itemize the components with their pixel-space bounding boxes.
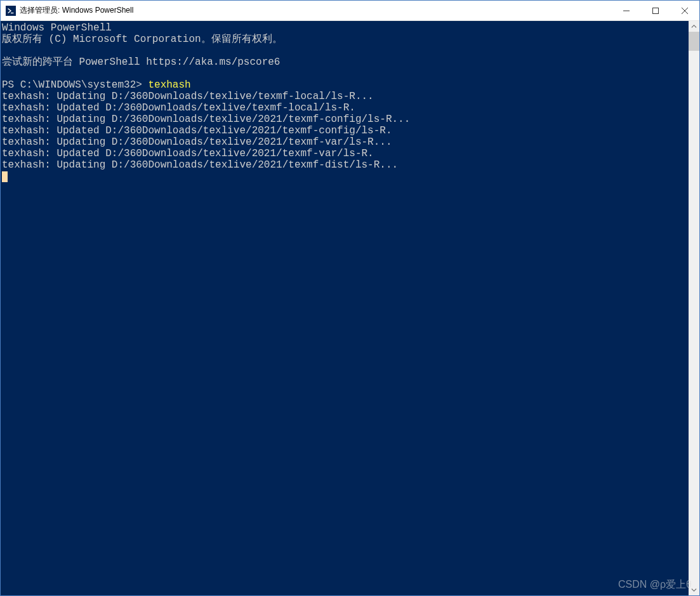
maximize-button[interactable] xyxy=(641,1,670,20)
app-window: 选择管理员: Windows PowerShell Windows PowerS… xyxy=(0,0,700,596)
terminal-line: texhash: Updated D:/360Downloads/texlive… xyxy=(2,125,392,136)
command-text: texhash xyxy=(148,79,190,91)
window-controls xyxy=(612,1,699,20)
terminal-line: texhash: Updated D:/360Downloads/texlive… xyxy=(2,148,374,159)
terminal-line: 版权所有 (C) Microsoft Corporation。保留所有权利。 xyxy=(2,34,282,45)
client-area: Windows PowerShell 版权所有 (C) Microsoft Co… xyxy=(1,21,699,595)
terminal-cursor xyxy=(2,171,8,182)
terminal-line: texhash: Updating D:/360Downloads/texliv… xyxy=(2,136,392,148)
scroll-down-button[interactable] xyxy=(689,585,699,595)
terminal-line: texhash: Updating D:/360Downloads/texliv… xyxy=(2,159,398,171)
terminal-output[interactable]: Windows PowerShell 版权所有 (C) Microsoft Co… xyxy=(1,21,689,595)
prompt-text: PS C:\WINDOWS\system32> xyxy=(2,79,148,91)
vertical-scrollbar[interactable] xyxy=(689,21,699,595)
powershell-icon xyxy=(6,6,16,16)
terminal-line: Windows PowerShell xyxy=(2,22,112,34)
terminal-line: texhash: Updating D:/360Downloads/texliv… xyxy=(2,91,374,102)
scrollbar-thumb[interactable] xyxy=(689,32,699,51)
titlebar[interactable]: 选择管理员: Windows PowerShell xyxy=(1,1,699,21)
scrollbar-track[interactable] xyxy=(689,32,699,585)
window-title: 选择管理员: Windows PowerShell xyxy=(20,5,133,16)
terminal-line: texhash: Updating D:/360Downloads/texliv… xyxy=(2,114,410,125)
close-button[interactable] xyxy=(670,1,699,20)
scroll-up-button[interactable] xyxy=(689,21,699,32)
svg-rect-3 xyxy=(653,8,659,13)
terminal-line: texhash: Updated D:/360Downloads/texlive… xyxy=(2,102,355,114)
minimize-button[interactable] xyxy=(612,1,641,20)
terminal-line: 尝试新的跨平台 PowerShell https://aka.ms/pscore… xyxy=(2,56,280,68)
